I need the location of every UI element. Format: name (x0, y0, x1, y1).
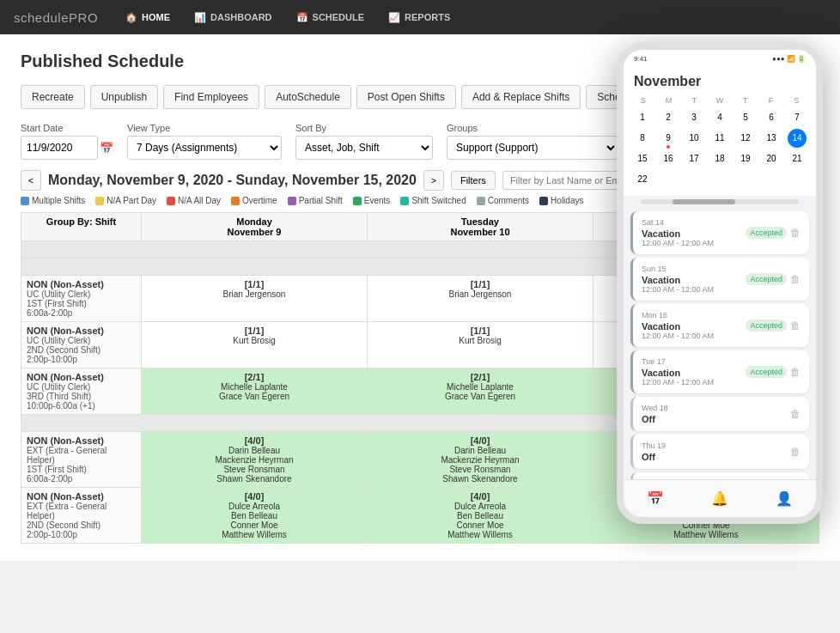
mon-cell-1: [1/1] Brian Jergenson (142, 276, 368, 322)
delete-icon[interactable]: 🗑 (790, 446, 800, 458)
card-badge: Accepted (746, 366, 787, 378)
cal-day[interactable]: 8 (633, 129, 652, 148)
prev-week-button[interactable]: < (21, 170, 41, 191)
legend-comments: Comments (477, 196, 529, 205)
card-content: Thu 19 Off (642, 441, 666, 462)
shift-cell-4: NON (Non-Asset) EXT (Extra - General Hel… (21, 432, 142, 488)
nav-home[interactable]: 🏠 HOME (115, 7, 180, 28)
phone-bottom-nav: 📅 🔔 👤 (624, 479, 816, 517)
cal-day[interactable]: 21 (788, 149, 807, 168)
cal-day[interactable]: 22 (633, 170, 652, 189)
groups-select[interactable]: Support (Support) (447, 136, 618, 160)
cal-day[interactable]: 2 (659, 108, 678, 127)
profile-icon: 👤 (776, 490, 793, 507)
sort-by-select[interactable]: Asset, Job, Shift (295, 136, 433, 160)
slot-count: [2/1] (147, 372, 362, 382)
cal-day[interactable]: 13 (762, 129, 781, 148)
cal-day[interactable]: 17 (685, 149, 703, 168)
cal-day-9[interactable]: 9 (659, 129, 678, 148)
find-employees-button[interactable]: Find Employees (163, 85, 259, 109)
legend-events: Events (353, 196, 391, 205)
list-item[interactable]: Tue 17 Vacation 12:00 AM - 12:00 AM Acce… (630, 350, 809, 393)
legend-na-part-day: N/A Part Day (95, 196, 156, 205)
slot-count: [1/1] (373, 326, 587, 336)
cal-day[interactable]: 4 (710, 108, 729, 127)
cal-day[interactable]: 11 (710, 129, 729, 148)
emp-name: Dulce ArreolaBen BelleauConner MoeMatthe… (147, 502, 362, 539)
list-item[interactable]: Sun 15 Vacation 12:00 AM - 12:00 AM Acce… (630, 258, 809, 301)
legend-dot-orange (231, 197, 240, 205)
delete-icon[interactable]: 🗑 (790, 320, 800, 332)
emp-name: Michelle LaplanteGrace Van Egeren (373, 382, 587, 401)
list-item[interactable]: Thu 19 Off 🗑 (630, 435, 809, 469)
shift-name-4: NON (Non-Asset) (27, 435, 136, 446)
emp-name: Dulce ArreolaBen BelleauConner MoeMatthe… (373, 502, 587, 539)
delete-icon[interactable]: 🗑 (790, 273, 800, 285)
calendar-icon[interactable]: 📅 (100, 142, 113, 155)
cal-day[interactable]: 3 (685, 108, 703, 127)
card-content: Sat 14 Vacation 12:00 AM - 12:00 AM (642, 218, 714, 247)
card-content: Wed 18 Off (642, 404, 668, 424)
card-title: Vacation (642, 321, 714, 332)
cal-day[interactable]: 20 (762, 149, 781, 168)
unpublish-button[interactable]: Unpublish (90, 85, 158, 109)
shift-name-2: NON (Non-Asset) (27, 326, 136, 336)
scrollbar[interactable] (641, 199, 799, 204)
mini-calendar: SMT WTFS 1 2 3 4 5 6 7 8 9 10 11 12 13 1… (624, 93, 816, 196)
phone-nav-alerts[interactable]: 🔔 (711, 490, 728, 507)
cal-day[interactable]: 19 (736, 149, 755, 168)
emp-name: Darin BelleauMackenzie HeyrmanSteve Rons… (373, 446, 587, 484)
cal-day[interactable]: 18 (710, 149, 729, 168)
list-item[interactable]: Fri 20 Off 🗑 (630, 472, 809, 479)
card-badge: Accepted (746, 227, 787, 239)
next-week-button[interactable]: > (423, 170, 444, 191)
autoschedule-button[interactable]: AutoSchedule (265, 85, 351, 109)
view-type-select[interactable]: 7 Days (Assignments) (127, 136, 282, 160)
view-type-label: View Type (127, 123, 282, 133)
delete-icon[interactable]: 🗑 (790, 366, 800, 378)
slot-count: [4/0] (373, 435, 587, 446)
delete-icon[interactable]: 🗑 (790, 408, 800, 420)
phone-nav-calendar[interactable]: 📅 (647, 490, 664, 507)
date-range-title: Monday, November 9, 2020 - Sunday, Novem… (48, 173, 417, 188)
delete-icon[interactable]: 🗑 (790, 227, 800, 239)
brand-suffix: PRO (69, 10, 98, 25)
slot-count: [4/0] (147, 491, 362, 502)
shift-info-4: EXT (Extra - General Helper)1ST (First S… (27, 446, 136, 484)
sort-by-group: Sort By Asset, Job, Shift (295, 123, 433, 160)
add-replace-shifts-button[interactable]: Add & Replace Shifts (461, 85, 581, 109)
list-item[interactable]: Wed 18 Off 🗑 (630, 397, 809, 431)
post-open-shifts-button[interactable]: Post Open Shifts (356, 85, 456, 109)
cal-day[interactable]: 15 (633, 149, 652, 168)
emp-name: Brian Jergenson (373, 289, 587, 299)
recreate-button[interactable]: Recreate (21, 85, 85, 109)
legend-dot-blue (21, 197, 29, 205)
shift-info-3: UC (Utility Clerk)3RD (Third Shift)10:00… (27, 382, 136, 411)
start-date-label: Start Date (21, 123, 113, 133)
card-time: 12:00 AM - 12:00 AM (642, 239, 714, 247)
calendar-bottom-icon: 📅 (647, 490, 664, 507)
shift-cell-1: NON (Non-Asset) UC (Utility Clerk)1ST (F… (21, 276, 142, 322)
cal-day[interactable]: 10 (685, 129, 703, 148)
filters-button[interactable]: Filters (451, 171, 496, 190)
list-item[interactable]: Mon 16 Vacation 12:00 AM - 12:00 AM Acce… (630, 304, 809, 347)
nav-schedule[interactable]: 📅 SCHEDULE (286, 7, 375, 28)
cal-day[interactable]: 16 (659, 149, 678, 168)
legend-overtime: Overtime (231, 196, 277, 205)
tue-cell-4: [4/0] Darin BelleauMackenzie HeyrmanStev… (368, 432, 593, 488)
card-title: Off (642, 414, 668, 424)
day-header-monday: Monday November 9 (142, 213, 368, 241)
cal-day[interactable]: 1 (633, 108, 652, 127)
start-date-input[interactable] (21, 136, 98, 160)
nav-dashboard[interactable]: 📊 DASHBOARD (184, 7, 283, 28)
cal-day[interactable]: 12 (736, 129, 755, 148)
schedule-list: Sat 14 Vacation 12:00 AM - 12:00 AM Acce… (624, 208, 816, 479)
list-item[interactable]: Sat 14 Vacation 12:00 AM - 12:00 AM Acce… (630, 211, 809, 254)
cal-day[interactable]: 5 (736, 108, 755, 127)
nav-reports[interactable]: 📈 REPORTS (378, 7, 460, 28)
phone-nav-profile[interactable]: 👤 (776, 490, 793, 507)
cal-day-today[interactable]: 14 (788, 129, 807, 148)
cal-day[interactable]: 7 (788, 108, 807, 127)
day-header-tuesday: Tuesday November 10 (368, 213, 593, 241)
cal-day[interactable]: 6 (762, 108, 781, 127)
